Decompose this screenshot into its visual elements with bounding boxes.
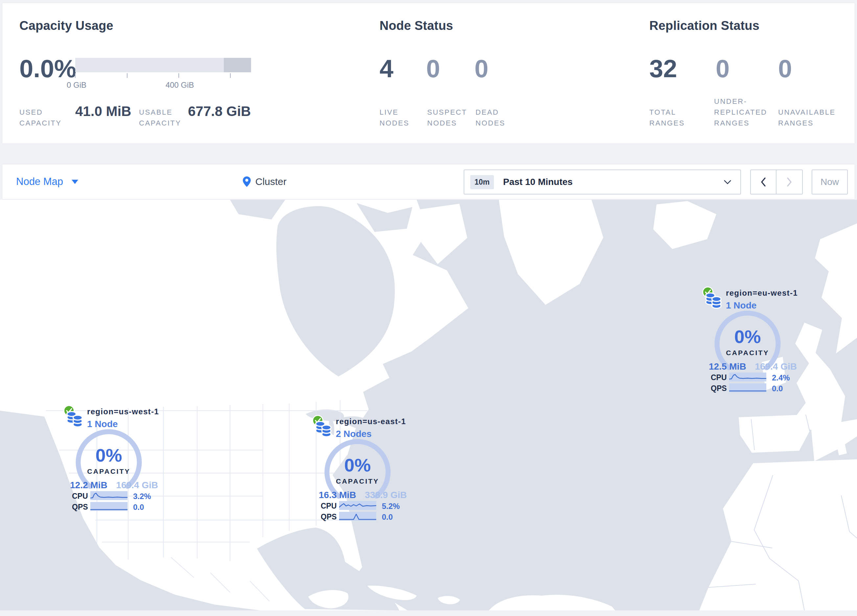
unavailable-ranges-label: UNAVAILABLE RANGES — [778, 107, 855, 128]
database-icon — [65, 409, 84, 429]
capacity-usage-title: Capacity Usage — [19, 19, 113, 33]
capacity-total-value: 338.9 GiB — [361, 490, 407, 500]
qps-label: QPS — [711, 384, 727, 393]
cpu-value: 5.2% — [382, 502, 400, 511]
dead-nodes-value: 0 — [475, 56, 488, 81]
live-nodes-value: 4 — [379, 56, 393, 81]
view-selector-label: Node Map — [16, 176, 63, 188]
total-ranges-label: TOTAL RANGES — [649, 107, 699, 128]
axis-tick — [178, 73, 179, 78]
region-label: region=us-east-1 — [336, 417, 406, 426]
cpu-sparkline — [339, 501, 376, 510]
capacity-percent: 0% — [715, 326, 780, 347]
now-button-label: Now — [820, 177, 839, 187]
pin-icon — [243, 176, 251, 187]
database-icon — [704, 290, 722, 310]
cpu-value: 2.4% — [772, 373, 790, 383]
capacity-percent: 0% — [325, 454, 390, 476]
qps-sparkline — [339, 512, 376, 521]
view-selector-dropdown[interactable]: Node Map — [16, 164, 78, 199]
next-interval-button[interactable] — [777, 170, 802, 194]
under-replicated-ranges-label: UNDER-REPLICATED RANGES — [714, 96, 785, 128]
capacity-total-value: 169.4 GiB — [751, 361, 797, 372]
capacity-gauge-label: CAPACITY — [325, 477, 390, 485]
node-status-title: Node Status — [379, 19, 453, 33]
qps-value: 0.0 — [382, 513, 393, 522]
live-nodes-label: LIVE NODES — [379, 107, 422, 128]
time-stepper — [750, 170, 803, 195]
capacity-bar-reserved-segment — [224, 58, 251, 72]
capacity-total-value: 169.4 GiB — [112, 480, 158, 491]
axis-tick-label: 0 GiB — [67, 80, 87, 90]
qps-value: 0.0 — [133, 503, 144, 512]
region-marker-us-east-1[interactable]: region=us-east-1 2 Nodes 0% CAPACITY 16.… — [311, 414, 410, 526]
chevron-right-icon — [786, 177, 793, 187]
database-icon — [314, 419, 333, 438]
map-toolbar: Node Map Cluster 10m Past 10 Minutes — [2, 164, 855, 199]
cpu-label: CPU — [321, 502, 337, 511]
chevron-left-icon — [760, 177, 767, 187]
axis-tick — [127, 73, 127, 78]
time-window-label: Past 10 Minutes — [503, 177, 573, 187]
now-button[interactable]: Now — [812, 170, 848, 195]
capacity-gauge-label: CAPACITY — [76, 468, 142, 476]
qps-label: QPS — [321, 513, 337, 521]
axis-tick — [230, 73, 230, 78]
axis-tick — [75, 73, 76, 78]
used-capacity-value: 41.0 MiB — [75, 103, 131, 119]
usable-capacity-value: 677.8 GiB — [188, 103, 251, 119]
cpu-label: CPU — [72, 492, 88, 501]
capacity-bar — [75, 58, 251, 72]
breadcrumb-label: Cluster — [255, 176, 286, 187]
suspect-nodes-label: SUSPECT NODES — [427, 107, 470, 128]
cpu-label: CPU — [711, 373, 727, 382]
cpu-sparkline — [90, 491, 127, 500]
node-map: region=us-west-1 1 Node 0% CAPACITY 12.2… — [0, 200, 857, 610]
qps-label: QPS — [72, 503, 88, 511]
qps-value: 0.0 — [772, 384, 783, 393]
qps-sparkline — [90, 502, 127, 511]
total-ranges-value: 32 — [649, 56, 677, 81]
replication-status-title: Replication Status — [649, 19, 760, 33]
caret-down-icon — [72, 180, 78, 184]
region-marker-us-west-1[interactable]: region=us-west-1 1 Node 0% CAPACITY 12.2… — [63, 404, 161, 516]
suspect-nodes-value: 0 — [426, 56, 440, 81]
capacity-percent: 0% — [76, 445, 142, 466]
dead-nodes-label: DEAD NODES — [475, 107, 518, 128]
unavailable-ranges-value: 0 — [778, 56, 792, 81]
cpu-sparkline — [729, 372, 766, 381]
used-capacity-label: USED CAPACITY — [19, 107, 77, 128]
chevron-down-icon — [723, 179, 732, 185]
capacity-percent: 0.0% — [19, 56, 76, 81]
cluster-overview-page: Capacity Usage 0.0% 0 GiB 400 GiB USED C… — [0, 0, 857, 616]
capacity-used-value: 12.2 MiB — [70, 480, 107, 491]
capacity-used-value: 12.5 MiB — [709, 361, 746, 372]
time-window-badge: 10m — [470, 175, 494, 189]
region-label: region=us-west-1 — [87, 407, 159, 416]
time-range-dropdown[interactable]: 10m Past 10 Minutes — [464, 170, 741, 195]
under-replicated-ranges-value: 0 — [716, 56, 730, 81]
axis-tick-label: 400 GiB — [166, 80, 194, 90]
qps-sparkline — [729, 383, 766, 392]
capacity-gauge-label: CAPACITY — [715, 349, 780, 357]
cpu-value: 3.2% — [133, 492, 151, 501]
breadcrumb[interactable]: Cluster — [243, 164, 286, 199]
capacity-used-value: 16.3 MiB — [319, 490, 356, 500]
summary-stats-panel: Capacity Usage 0.0% 0 GiB 400 GiB USED C… — [2, 3, 855, 144]
region-label: region=eu-west-1 — [726, 289, 798, 298]
region-marker-eu-west-1[interactable]: region=eu-west-1 1 Node 0% CAPACITY 12.5… — [702, 286, 800, 398]
prev-interval-button[interactable] — [751, 170, 777, 194]
